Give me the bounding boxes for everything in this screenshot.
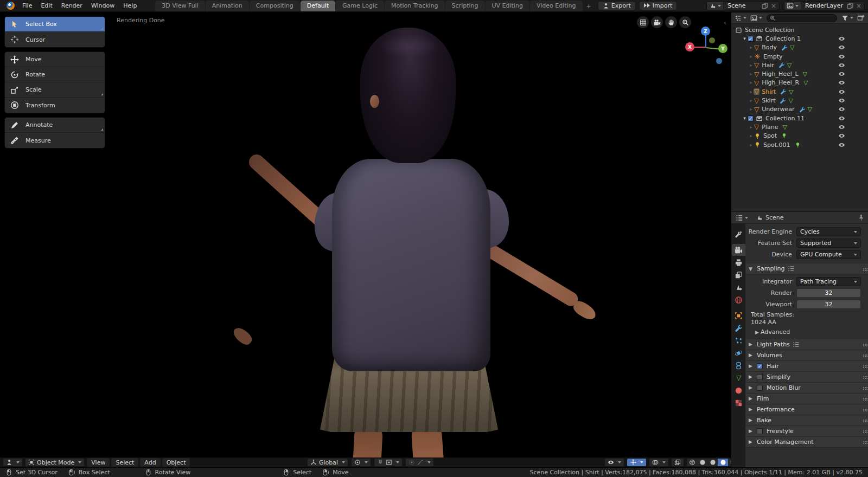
menu-help[interactable]: Help xyxy=(119,2,141,9)
hide-viewport-toggle[interactable] xyxy=(838,88,845,95)
field-viewport[interactable]: 32 xyxy=(796,300,861,309)
properties-tab-particles[interactable] xyxy=(732,334,745,346)
tool-rotate[interactable]: Rotate xyxy=(5,67,105,82)
field-feature-set[interactable]: Supported xyxy=(796,238,861,248)
properties-tab-physics[interactable] xyxy=(732,347,745,359)
workspace-tab-default[interactable]: Default xyxy=(301,1,335,11)
outliner-item-body[interactable]: ▸▽Body▽ xyxy=(731,43,868,52)
section-sampling[interactable]: ▼Sampling xyxy=(745,263,868,274)
hide-viewport-toggle[interactable] xyxy=(838,124,845,131)
new-renderlayer-icon[interactable] xyxy=(847,3,853,9)
advanced-toggle[interactable]: ▶Advanced xyxy=(745,327,868,337)
outliner-display-mode-button[interactable] xyxy=(749,15,763,22)
new-scene-icon[interactable] xyxy=(762,3,768,9)
gizmos-toggle[interactable] xyxy=(627,458,647,467)
gizmo-x-ball[interactable]: X xyxy=(685,42,694,51)
proportional-icon[interactable] xyxy=(409,459,415,466)
outliner-item-collection-1[interactable]: ▾✓Collection 1 xyxy=(731,34,868,43)
renderlayer-selector[interactable]: RenderLayer × xyxy=(784,1,865,10)
properties-editor-type-button[interactable] xyxy=(735,214,749,222)
hide-viewport-toggle[interactable] xyxy=(838,115,845,122)
expander[interactable]: ▸ xyxy=(749,125,754,130)
workspace-tab-scripting[interactable]: Scripting xyxy=(445,1,485,11)
hide-viewport-toggle[interactable] xyxy=(838,97,845,104)
workspace-tab-motion-tracking[interactable]: Motion Tracking xyxy=(385,1,445,11)
section-color-management[interactable]: ▶ Color Management xyxy=(745,437,868,448)
unlink-renderlayer-button[interactable]: × xyxy=(853,2,864,10)
viewport-menu-view[interactable]: View xyxy=(87,458,110,467)
falloff-icon[interactable] xyxy=(417,459,424,466)
tool-annotate[interactable]: Annotate xyxy=(5,118,105,133)
outliner-item-spot-001[interactable]: ▸Spot.001 xyxy=(731,140,868,149)
workspace-tab-animation[interactable]: Animation xyxy=(206,1,249,11)
shading-solid-button[interactable] xyxy=(697,459,707,466)
outliner-item-scene-collection[interactable]: Scene Collection xyxy=(731,25,868,34)
workspace-tab-3d-view-full[interactable]: 3D View Full xyxy=(155,1,205,11)
scene-name[interactable]: Scene xyxy=(724,2,762,9)
viewport-menu-add[interactable]: Add xyxy=(140,458,160,467)
workspace-tab-video-editing[interactable]: Video Editing xyxy=(530,1,583,11)
ortho-grid-button[interactable] xyxy=(637,16,649,28)
menu-edit[interactable]: Edit xyxy=(36,2,56,9)
properties-tab-output[interactable] xyxy=(732,256,745,268)
hide-viewport-toggle[interactable] xyxy=(838,79,845,86)
tool-cursor[interactable]: Cursor xyxy=(5,32,105,47)
shading-rendered-button[interactable] xyxy=(718,459,728,466)
pin-icon[interactable] xyxy=(858,214,865,221)
shading-wireframe-button[interactable] xyxy=(687,459,697,466)
hide-viewport-toggle[interactable] xyxy=(838,141,845,149)
unlink-scene-button[interactable]: × xyxy=(768,2,779,10)
properties-tab-render[interactable] xyxy=(732,244,745,256)
xray-toggle[interactable] xyxy=(671,458,684,467)
outliner-item-high-heel-l[interactable]: ▸▽High_Heel_L▽ xyxy=(731,69,868,78)
section-checkbox-hair[interactable]: ✓ xyxy=(757,363,763,369)
gizmo-z-ball[interactable]: Z xyxy=(701,27,710,36)
add-workspace-tab[interactable]: + xyxy=(583,1,595,11)
overlays-toggle[interactable] xyxy=(649,458,669,467)
new-collection-button[interactable] xyxy=(856,14,866,22)
menu-window[interactable]: Window xyxy=(87,2,119,9)
outliner-item-high-heel-r[interactable]: ▸▽High_Heel_R▽ xyxy=(731,79,868,87)
section-freestyle[interactable]: ▶ Freestyle xyxy=(745,426,868,437)
gizmo-neg-y-dot[interactable] xyxy=(709,37,715,43)
snap-target-icon[interactable] xyxy=(386,459,392,466)
outliner-item-hair[interactable]: ▸▽Hair▽ xyxy=(731,61,868,69)
expander[interactable]: ▾ xyxy=(742,36,748,41)
properties-tab-object[interactable] xyxy=(732,310,745,321)
outliner-item-empty[interactable]: ▸Empty xyxy=(731,52,868,61)
section-hair[interactable]: ▶ ✓ Hair xyxy=(745,361,868,372)
viewport-menu-object[interactable]: Object xyxy=(162,458,190,467)
pivot-point-selector[interactable] xyxy=(351,458,371,467)
proportional-editing-controls[interactable] xyxy=(405,458,434,467)
expander[interactable]: ▸ xyxy=(749,107,754,112)
tool-select-box[interactable]: Select Box xyxy=(5,17,105,32)
hide-viewport-toggle[interactable] xyxy=(838,106,845,113)
import-button[interactable]: Import xyxy=(639,1,678,10)
properties-tab-scene[interactable] xyxy=(732,281,745,293)
expander[interactable]: ▸ xyxy=(749,63,754,68)
tool-scale[interactable]: Scale xyxy=(5,82,105,98)
outliner-item-collection-11[interactable]: ▾✓Collection 11 xyxy=(731,114,868,123)
panel-collapse-arrow[interactable]: ‹ xyxy=(724,19,726,27)
menu-render[interactable]: Render xyxy=(57,2,87,9)
properties-tab-constraints[interactable] xyxy=(732,359,745,371)
mode-selector[interactable]: Object Mode xyxy=(25,458,85,467)
section-checkbox-freestyle[interactable] xyxy=(757,428,763,434)
workspace-tab-compositing[interactable]: Compositing xyxy=(250,1,300,11)
tool-measure[interactable]: Measure xyxy=(5,133,105,148)
section-checkbox-motion-blur[interactable] xyxy=(757,385,763,391)
section-performance[interactable]: ▶ Performance xyxy=(745,404,868,415)
section-simplify[interactable]: ▶ Simplify xyxy=(745,372,868,383)
section-motion-blur[interactable]: ▶ Motion Blur xyxy=(745,383,868,394)
editor-type-button[interactable] xyxy=(3,458,23,467)
properties-tab-material[interactable] xyxy=(732,384,745,396)
expander[interactable]: ▸ xyxy=(749,98,754,103)
outliner-item-shirt[interactable]: ▸▽Shirt▽ xyxy=(731,87,868,96)
menu-file[interactable]: File xyxy=(18,2,36,9)
collection-checkbox[interactable]: ✓ xyxy=(748,36,754,42)
scene-browse-button[interactable] xyxy=(707,2,724,10)
section-light-paths[interactable]: ▶ Light Paths xyxy=(745,339,868,350)
properties-tab-texture[interactable] xyxy=(732,397,745,409)
field-device[interactable]: GPU Compute xyxy=(796,250,861,259)
snap-controls[interactable] xyxy=(374,458,403,467)
